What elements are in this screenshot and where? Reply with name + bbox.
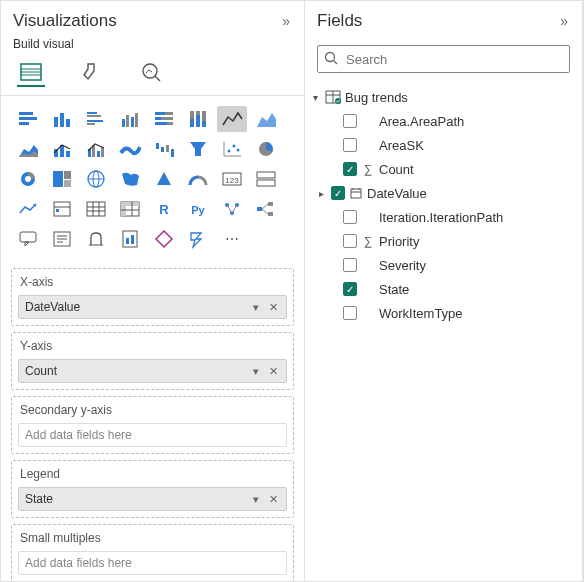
collapse-fields-button[interactable]: » <box>558 11 570 31</box>
checkbox[interactable] <box>343 114 357 128</box>
checkbox[interactable]: ✓ <box>343 282 357 296</box>
clustered-column-icon[interactable] <box>115 106 145 132</box>
checkbox[interactable] <box>343 306 357 320</box>
legend-label: Legend <box>18 467 287 481</box>
legend-field[interactable]: State ▾ ✕ <box>18 487 287 511</box>
svg-rect-20 <box>131 117 134 127</box>
area-chart-icon[interactable] <box>251 106 281 132</box>
checkbox[interactable] <box>343 210 357 224</box>
svg-point-52 <box>233 145 236 148</box>
card-icon[interactable]: 123 <box>217 166 247 192</box>
xaxis-well[interactable]: X-axis DateValue ▾ ✕ <box>11 268 294 326</box>
filled-map-icon[interactable] <box>115 166 145 192</box>
table-icon <box>325 90 341 104</box>
pie-icon[interactable] <box>251 136 281 162</box>
visualizations-title: Visualizations <box>13 11 117 31</box>
key-influencers-icon[interactable] <box>217 196 247 222</box>
checkbox[interactable] <box>343 234 357 248</box>
hundred-stacked-column-icon[interactable] <box>183 106 213 132</box>
stacked-column-icon[interactable] <box>47 106 77 132</box>
hundred-stacked-bar-icon[interactable] <box>149 106 179 132</box>
svg-marker-104 <box>191 233 201 247</box>
line-stacked-column-icon[interactable] <box>47 136 77 162</box>
field-areask[interactable]: AreaSK <box>309 133 578 157</box>
map-icon[interactable] <box>81 166 111 192</box>
stacked-area-icon[interactable] <box>13 136 43 162</box>
power-apps-icon[interactable] <box>149 226 179 252</box>
smart-narrative-icon[interactable] <box>47 226 77 252</box>
secondary-yaxis-well[interactable]: Secondary y-axis Add data fields here <box>11 396 294 454</box>
chevron-down-icon[interactable]: ▾ <box>251 365 261 378</box>
remove-field-button[interactable]: ✕ <box>267 301 280 314</box>
calendar-icon <box>349 187 363 199</box>
waterfall-icon[interactable] <box>149 136 179 162</box>
line-clustered-column-icon[interactable] <box>81 136 111 162</box>
power-automate-icon[interactable] <box>183 226 213 252</box>
search-box[interactable] <box>317 45 570 73</box>
field-state[interactable]: ✓ State <box>309 277 578 301</box>
small-multiples-placeholder[interactable]: Add data fields here <box>18 551 287 575</box>
format-visual-tab[interactable] <box>77 59 105 87</box>
collapse-visualizations-button[interactable]: » <box>280 11 292 31</box>
analytics-tab[interactable] <box>137 59 165 87</box>
table-node-bug-trends[interactable]: ▾ Bug trends <box>309 85 578 109</box>
field-datevalue[interactable]: ▸ ✓ DateValue <box>309 181 578 205</box>
qa-icon[interactable] <box>13 226 43 252</box>
field-count[interactable]: ✓ ∑ Count <box>309 157 578 181</box>
clustered-bar-icon[interactable] <box>81 106 111 132</box>
line-chart-icon[interactable] <box>217 106 247 132</box>
field-severity[interactable]: Severity <box>309 253 578 277</box>
kpi-icon[interactable] <box>13 196 43 222</box>
field-iteration-path[interactable]: Iteration.IterationPath <box>309 205 578 229</box>
r-visual-icon[interactable]: R <box>149 196 179 222</box>
chevron-right-icon[interactable]: ▸ <box>315 188 327 199</box>
table-icon[interactable] <box>81 196 111 222</box>
chevron-down-icon[interactable]: ▾ <box>251 301 261 314</box>
scatter-icon[interactable] <box>217 136 247 162</box>
funnel-icon[interactable] <box>183 136 213 162</box>
gauge-icon[interactable] <box>183 166 213 192</box>
field-area-areapath[interactable]: Area.AreaPath <box>309 109 578 133</box>
checkbox[interactable]: ✓ <box>343 162 357 176</box>
svg-rect-18 <box>122 119 125 127</box>
svg-line-6 <box>146 70 149 73</box>
field-label: AreaSK <box>379 138 424 153</box>
secondary-yaxis-placeholder[interactable]: Add data fields here <box>18 423 287 447</box>
svg-marker-48 <box>190 142 206 156</box>
yaxis-well[interactable]: Y-axis Count ▾ ✕ <box>11 332 294 390</box>
secondary-yaxis-placeholder-text: Add data fields here <box>25 428 280 442</box>
python-visual-icon[interactable]: Py <box>183 196 213 222</box>
search-input[interactable] <box>344 51 563 68</box>
build-visual-tab[interactable] <box>17 59 45 87</box>
yaxis-field[interactable]: Count ▾ ✕ <box>18 359 287 383</box>
azure-map-icon[interactable] <box>149 166 179 192</box>
chevron-down-icon[interactable]: ▾ <box>251 493 261 506</box>
checkbox[interactable] <box>343 138 357 152</box>
xaxis-field[interactable]: DateValue ▾ ✕ <box>18 295 287 319</box>
ribbon-chart-icon[interactable] <box>115 136 145 162</box>
paginated-report-icon[interactable] <box>115 226 145 252</box>
small-multiples-label: Small multiples <box>18 531 287 545</box>
goals-icon[interactable] <box>81 226 111 252</box>
matrix-icon[interactable] <box>115 196 145 222</box>
checkbox[interactable] <box>343 258 357 272</box>
treemap-icon[interactable] <box>47 166 77 192</box>
small-multiples-well[interactable]: Small multiples Add data fields here <box>11 524 294 582</box>
slicer-icon[interactable] <box>47 196 77 222</box>
legend-well[interactable]: Legend State ▾ ✕ <box>11 460 294 518</box>
remove-field-button[interactable]: ✕ <box>267 493 280 506</box>
get-more-visuals-icon[interactable]: ⋯ <box>217 226 247 252</box>
svg-rect-46 <box>166 145 169 152</box>
svg-rect-70 <box>56 209 59 212</box>
remove-field-button[interactable]: ✕ <box>267 365 280 378</box>
field-workitemtype[interactable]: WorkItemType <box>309 301 578 325</box>
multi-row-card-icon[interactable] <box>251 166 281 192</box>
checkbox[interactable]: ✓ <box>331 186 345 200</box>
decomposition-tree-icon[interactable] <box>251 196 281 222</box>
field-wells: X-axis DateValue ▾ ✕ Y-axis Count ▾ ✕ Se… <box>1 262 304 582</box>
field-priority[interactable]: ∑ Priority <box>309 229 578 253</box>
chevron-down-icon[interactable]: ▾ <box>309 92 321 103</box>
stacked-bar-icon[interactable] <box>13 106 43 132</box>
svg-rect-101 <box>126 238 129 244</box>
donut-icon[interactable] <box>13 166 43 192</box>
